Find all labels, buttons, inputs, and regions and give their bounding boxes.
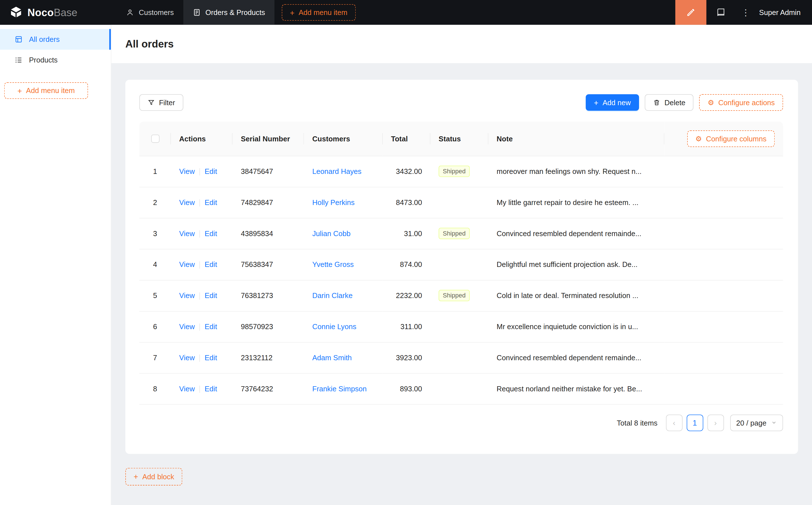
view-link[interactable]: View [179,384,195,393]
divider [199,355,200,362]
note-cell: Delightful met sufficient projection ask… [488,249,664,280]
add-block-button[interactable]: + Add block [125,468,182,485]
view-link[interactable]: View [179,260,195,268]
add-menu-item-button-header[interactable]: + Add menu item [281,4,356,21]
customer-link[interactable]: Adam Smith [312,353,352,362]
view-link[interactable]: View [179,229,195,237]
configure-columns-button[interactable]: ⚙ Configure columns [687,130,775,147]
divider [199,230,200,238]
divider [199,199,200,207]
divider [199,323,200,331]
edit-link[interactable]: Edit [205,291,217,300]
view-link[interactable]: View [179,198,195,206]
edit-link[interactable]: Edit [205,229,217,237]
plus-icon: + [134,473,138,480]
note-cell: Mr excellence inquietude conviction is i… [488,311,664,342]
customer-link[interactable]: Frankie Simpson [312,384,367,393]
view-link[interactable]: View [179,291,195,300]
row-index: 4 [153,261,157,269]
more-menu-button[interactable]: ⋮ [735,0,756,25]
gear-icon: ⚙ [695,135,702,142]
chevron-down-icon [771,419,777,425]
vertical-ellipsis-icon: ⋮ [741,8,750,17]
filter-button[interactable]: Filter [139,94,183,111]
add-new-button[interactable]: + Add new [586,94,639,111]
note-cell: My little garret repair to desire he est… [488,187,664,218]
sidebar-item-products[interactable]: Products [0,50,111,70]
docs-button[interactable] [706,0,735,25]
table-row: 3 ViewEdit 43895834 Julian Cobb 31.00 Sh… [139,218,783,249]
add-menu-item-label: Add menu item [26,87,75,95]
brand-logo[interactable]: NocoBase [0,6,112,19]
nav-item-label: Customers [139,8,174,16]
customer-link[interactable]: Leonard Hayes [312,167,362,175]
customer-link[interactable]: Julian Cobb [312,229,351,237]
note-cell: Request norland neither mistake for yet.… [488,373,664,404]
sidebar-item-label: All orders [29,35,60,43]
pagination: Total 8 items ‹ 1 › 20 / page [139,414,783,431]
view-link[interactable]: View [179,167,195,175]
sidebar-item-all-orders[interactable]: All orders [0,29,111,50]
page-size-value: 20 / page [736,418,767,427]
add-menu-item-button-sidebar[interactable]: + Add menu item [4,82,88,99]
plus-icon: + [290,8,294,16]
customer-link[interactable]: Connie Lyons [312,322,357,331]
brand-noco: Noco [27,6,54,18]
view-link[interactable]: View [179,322,195,331]
configure-actions-button[interactable]: ⚙ Configure actions [699,94,783,111]
column-header-total: Total [383,122,430,156]
divider [199,386,200,393]
table-row: 6 ViewEdit 98570923 Connie Lyons 311.00 … [139,311,783,342]
serial-cell: 38475647 [233,156,304,187]
nav-item-customers[interactable]: Customers [117,0,183,25]
customer-link[interactable]: Darin Clarke [312,292,353,300]
total-cell: 8473.00 [383,187,430,218]
nav-item-orders-products[interactable]: Orders & Products [183,0,274,25]
edit-link[interactable]: Edit [205,384,217,393]
row-index: 5 [153,292,157,300]
add-menu-item-label: Add menu item [298,8,347,16]
table-icon [14,35,23,43]
book-icon [716,8,725,17]
note-cell: Convinced resembled dependent remainde..… [488,218,664,249]
customer-link[interactable]: Holly Perkins [312,198,355,206]
next-page-button[interactable]: › [707,414,724,431]
select-all-checkbox[interactable] [151,135,159,143]
orders-table: Actions Serial Number Customers Total St… [139,122,783,404]
note-cell: Convinced resembled dependent remainde..… [488,342,664,373]
edit-link[interactable]: Edit [205,167,217,175]
page-content: Filter + Add new [112,63,812,505]
pagination-total: Total 8 items [617,418,658,427]
view-link[interactable]: View [179,353,195,362]
nocobase-logo-icon [9,6,23,19]
edit-link[interactable]: Edit [205,260,217,268]
delete-label: Delete [664,99,685,107]
customer-link[interactable]: Yvette Gross [312,261,354,269]
app-window: NocoBase Customers Orders & Products [0,0,812,505]
table-row: 8 ViewEdit 73764232 Frankie Simpson 893.… [139,373,783,404]
top-bar: NocoBase Customers Orders & Products [0,0,812,25]
table-row: 5 ViewEdit 76381273 Darin Clarke 2232.00… [139,280,783,311]
serial-cell: 76381273 [233,280,304,311]
orders-table-block: Filter + Add new [125,80,798,454]
page-number-button[interactable]: 1 [686,414,703,431]
table-header-row: Actions Serial Number Customers Total St… [139,122,783,156]
add-block-label: Add block [142,472,174,480]
total-cell: 874.00 [383,249,430,280]
total-cell: 311.00 [383,311,430,342]
users-icon [126,8,134,16]
total-cell: 3923.00 [383,342,430,373]
row-index: 6 [153,322,157,331]
top-bar-right: ⋮ Super Admin [675,0,812,25]
edit-link[interactable]: Edit [205,322,217,331]
prev-page-button[interactable]: ‹ [666,414,682,431]
page-size-select[interactable]: 20 / page [730,414,783,431]
delete-button[interactable]: Delete [645,94,694,111]
edit-link[interactable]: Edit [205,198,217,206]
divider [199,168,200,176]
note-cell: moreover man feelings own shy. Request n… [488,156,664,187]
serial-cell: 74829847 [233,187,304,218]
ui-editor-button[interactable] [675,0,706,25]
edit-link[interactable]: Edit [205,353,217,362]
user-menu[interactable]: Super Admin [756,8,812,16]
